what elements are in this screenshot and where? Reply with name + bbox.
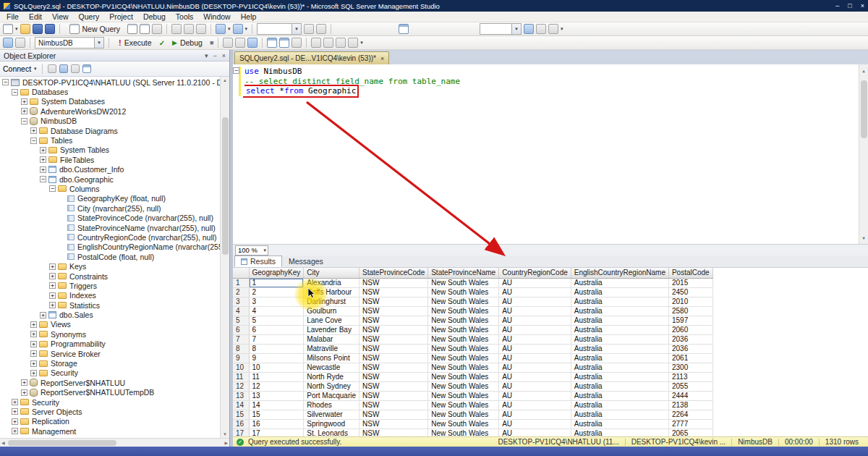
expand-toggle-icon[interactable]: + [30, 350, 37, 357]
grid-cell[interactable]: Alexandria [304, 278, 359, 287]
activity-monitor-icon[interactable] [399, 24, 409, 34]
tree-node[interactable]: +ReportServer$NHATLUUTempDB [0, 388, 220, 397]
row-number[interactable]: 1 [233, 278, 249, 287]
scroll-left-icon[interactable]: ◀ [1, 440, 5, 445]
grid-cell[interactable]: AU [499, 381, 571, 391]
grid-cell[interactable]: 2015 [668, 278, 712, 287]
grid-cell[interactable]: Australia [571, 410, 668, 419]
grid-cell[interactable]: 2036 [668, 334, 712, 344]
scroll-right-icon[interactable]: ▶ [224, 440, 228, 445]
grid-cell[interactable]: New South Wales [428, 400, 499, 410]
grid-cell[interactable]: New South Wales [428, 428, 499, 436]
tree-node[interactable]: −DESKTOP-PV1ICQ4\NHATLUU (SQL Server 11.… [0, 77, 220, 87]
grid-cell[interactable]: New South Wales [428, 419, 499, 428]
row-number[interactable]: 8 [233, 344, 249, 353]
tree-node[interactable]: +ReportServer$NHATLUU [0, 378, 220, 387]
grid-cell[interactable]: Australia [571, 344, 668, 353]
grid-cell[interactable]: Goulburn [304, 306, 359, 316]
scrollbar-thumb[interactable] [861, 80, 867, 138]
print-icon[interactable] [152, 24, 162, 34]
expand-toggle-icon[interactable]: + [49, 302, 56, 308]
tree-node[interactable]: +Storage [0, 358, 220, 368]
expand-toggle-icon[interactable]: + [30, 370, 37, 376]
indent-icon[interactable] [336, 38, 346, 48]
grid-cell[interactable]: NSW [359, 325, 428, 334]
grid-cell[interactable]: Australia [571, 287, 668, 297]
tab-messages[interactable]: Messages [283, 256, 329, 267]
comment-icon[interactable] [311, 38, 321, 48]
grid-cell[interactable]: Port Macquarie [304, 391, 359, 400]
grid-cell[interactable]: 6 [249, 325, 304, 334]
tree-node[interactable]: StateProvinceName (nvarchar(255), null) [0, 223, 220, 232]
grid-cell[interactable]: 12 [249, 381, 304, 391]
expand-toggle-icon[interactable]: − [40, 176, 46, 182]
uncomment-icon[interactable] [323, 38, 333, 48]
grid-cell[interactable]: AU [499, 316, 571, 325]
tree-node[interactable]: +System Tables [0, 145, 220, 155]
grid-cell[interactable]: New South Wales [428, 363, 499, 372]
expand-toggle-icon[interactable]: + [12, 418, 18, 425]
intellisense-icon[interactable] [247, 38, 258, 48]
grid-cell[interactable]: 2 [249, 287, 304, 297]
grid-cell[interactable]: AU [499, 297, 571, 306]
row-number[interactable]: 6 [233, 325, 249, 334]
secondary-combo[interactable]: ▾ [480, 23, 522, 35]
row-number[interactable]: 4 [233, 306, 249, 316]
grid-cell[interactable]: Australia [571, 353, 668, 363]
tree-node[interactable]: +System Databases [0, 97, 220, 106]
scrollbar-thumb[interactable] [222, 117, 229, 255]
chevron-down-icon[interactable]: ▾ [263, 248, 268, 253]
grid-cell[interactable]: AU [499, 410, 571, 419]
code-line[interactable]: −use NimbusDB [233, 67, 868, 77]
grid-cell[interactable]: Australia [571, 381, 668, 391]
save-icon[interactable] [33, 24, 43, 34]
grid-cell[interactable]: 10 [249, 363, 304, 372]
minimize-icon[interactable]: – [835, 2, 839, 9]
grid-cell[interactable]: Australia [571, 400, 668, 410]
menu-item-project[interactable]: Project [104, 12, 138, 21]
grid-cell[interactable]: New South Wales [428, 297, 499, 306]
grid-cell[interactable]: 3 [249, 297, 304, 306]
grid-cell[interactable]: Coffs Harbour [304, 287, 359, 297]
grid-cell[interactable]: NSW [359, 410, 428, 419]
menu-item-tools[interactable]: Tools [171, 12, 199, 21]
expand-toggle-icon[interactable]: + [49, 263, 56, 270]
expand-toggle-icon[interactable]: + [30, 341, 37, 347]
tree-node[interactable]: −Columns [0, 184, 220, 193]
grid-cell[interactable]: AU [499, 391, 571, 400]
row-number[interactable]: 3 [233, 297, 249, 306]
menu-item-view[interactable]: View [47, 12, 74, 21]
tree-node[interactable]: −Tables [0, 135, 220, 145]
grid-cell[interactable]: 2065 [668, 428, 712, 436]
toolbox-icon[interactable] [536, 24, 546, 34]
row-number[interactable]: 16 [233, 419, 249, 428]
grid-cell[interactable]: NSW [359, 428, 428, 436]
grid-cell[interactable]: NSW [359, 306, 428, 316]
column-header[interactable]: GeographyKey [249, 268, 304, 278]
chevron-down-icon[interactable]: ▾ [34, 66, 37, 72]
grid-cell[interactable]: 8 [249, 344, 304, 353]
script-icon[interactable] [82, 64, 91, 73]
grid-cell[interactable]: AU [499, 306, 571, 316]
grid-cell[interactable]: Matraville [304, 344, 359, 353]
tree-node[interactable]: +Database Diagrams [0, 126, 220, 135]
expand-toggle-icon[interactable]: + [49, 273, 56, 279]
grid-cell[interactable]: Silverwater [304, 410, 359, 419]
grid-cell[interactable]: New South Wales [428, 344, 499, 353]
grid-cell[interactable]: New South Wales [428, 306, 499, 316]
tree-node[interactable]: City (nvarchar(255), null) [0, 203, 220, 213]
row-number[interactable]: 13 [233, 391, 249, 400]
grid-cell[interactable]: 2010 [668, 297, 712, 306]
chevron-down-icon[interactable]: ▾ [205, 52, 208, 59]
column-header[interactable]: City [304, 268, 359, 278]
estimated-plan-icon[interactable] [223, 38, 233, 48]
grid-cell[interactable]: 17 [249, 428, 304, 436]
expand-toggle-icon[interactable]: + [12, 408, 18, 415]
grid-cell[interactable]: 7 [249, 334, 304, 344]
tree-node[interactable]: +FileTables [0, 155, 220, 164]
grid-cell[interactable]: NSW [359, 381, 428, 391]
grid-cell[interactable]: Australia [571, 278, 668, 287]
grid-cell[interactable]: Australia [571, 391, 668, 400]
row-number[interactable]: 5 [233, 316, 249, 325]
grid-cell[interactable]: NSW [359, 297, 428, 306]
